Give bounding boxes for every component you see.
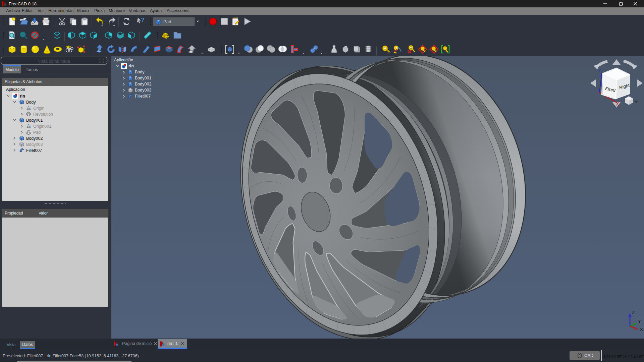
svg-text:Z: Z xyxy=(598,68,601,73)
svg-text:?: ? xyxy=(141,17,144,23)
svg-text:Z: Z xyxy=(632,310,635,315)
svg-text:Y: Y xyxy=(638,319,641,324)
svg-text:X: X xyxy=(640,327,643,332)
svg-text:X: X xyxy=(616,101,619,107)
